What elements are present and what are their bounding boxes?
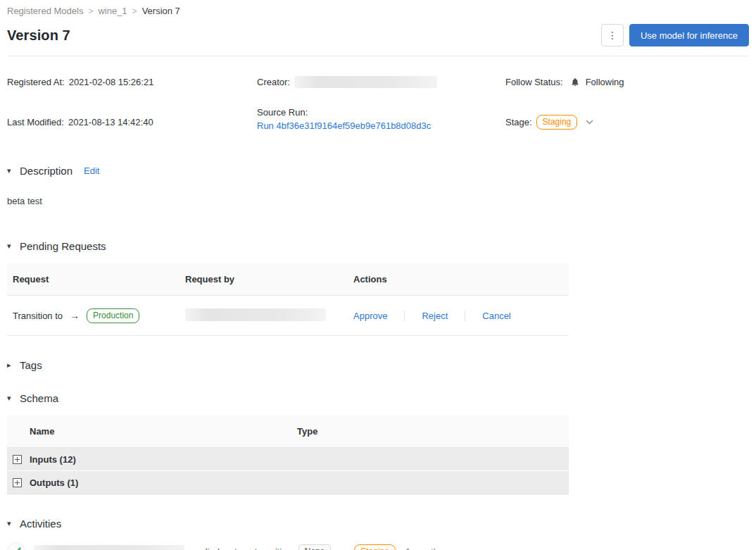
registered-at-value: 2021-02-08 15:26:21 — [69, 77, 154, 87]
bell-icon — [570, 77, 580, 87]
check-circle-icon — [7, 542, 25, 550]
schema-section-header[interactable]: ▾ Schema — [7, 392, 749, 404]
pending-requests-title: Pending Requests — [20, 240, 106, 252]
chevron-down-icon[interactable] — [586, 120, 593, 125]
registered-at: Registered At: 2021-02-08 15:26:21 — [7, 75, 257, 89]
caret-down-icon: ▾ — [7, 519, 20, 528]
last-modified-value: 2021-08-13 14:42:40 — [68, 117, 153, 127]
activity-timestamp: 1 month ago — [405, 546, 456, 550]
source-run-link[interactable]: Run 4bf36e31f9164ef59eb9e761b8d08d3c — [257, 120, 431, 131]
source-run-label: Source Run: — [257, 107, 308, 118]
creator-value-redacted — [294, 76, 437, 88]
breadcrumb-registered-models[interactable]: Registered Models — [7, 6, 83, 16]
activities-section-header[interactable]: ▾ Activities — [7, 518, 749, 530]
metadata-grid: Registered At: 2021-02-08 15:26:21 Creat… — [7, 75, 749, 137]
last-modified-label: Last Modified: — [7, 117, 64, 127]
schema-table-header: Name Type — [7, 415, 569, 448]
source-run: Source Run: Run 4bf36e31f9164ef59eb9e761… — [257, 107, 505, 137]
action-divider — [404, 311, 405, 321]
breadcrumb-separator-icon: > — [88, 6, 93, 16]
creator: Creator: — [257, 75, 505, 89]
column-header-request-by: Request by — [179, 274, 346, 285]
kebab-icon: ⋮ — [607, 30, 617, 41]
request-by-cell — [179, 308, 346, 323]
activity-user-redacted — [34, 545, 184, 550]
page-header: Version 7 ⋮ Use model for inference — [7, 24, 749, 56]
description-content: beta test — [7, 196, 749, 206]
page-title: Version 7 — [7, 27, 70, 44]
from-stage-badge: None — [298, 544, 332, 550]
pending-requests-table: Request Request by Actions Transition to… — [7, 263, 569, 336]
more-actions-button[interactable]: ⋮ — [601, 24, 624, 46]
schema-row-inputs[interactable]: Inputs (12) — [7, 448, 569, 471]
request-by-redacted — [185, 308, 326, 321]
description-title: Description — [20, 165, 73, 177]
schema-table: Name Type Inputs (12) Outputs (1) — [7, 415, 569, 494]
stage-label: Stage: — [505, 117, 532, 127]
tags-section-header[interactable]: ▸ Tags — [7, 359, 749, 371]
expand-plus-icon[interactable] — [13, 455, 22, 464]
actions-cell: Approve Reject Cancel — [346, 311, 569, 321]
breadcrumb: Registered Models > wine_1 > Version 7 — [7, 0, 749, 16]
schema-row-outputs[interactable]: Outputs (1) — [7, 471, 569, 494]
last-modified: Last Modified: 2021-08-13 14:42:40 — [7, 107, 257, 137]
cancel-link[interactable]: Cancel — [482, 311, 510, 321]
column-header-name: Name — [7, 426, 297, 437]
registered-at-label: Registered At: — [7, 77, 65, 87]
schema-title: Schema — [20, 392, 58, 404]
activities-title: Activities — [20, 518, 61, 530]
target-stage-badge: Production — [87, 308, 139, 323]
header-actions: ⋮ Use model for inference — [601, 24, 749, 46]
pending-request-row: Transition to → Production Approve Rejec… — [7, 296, 569, 336]
model-version-page: Registered Models > wine_1 > Version 7 V… — [0, 0, 756, 550]
column-header-request: Request — [7, 274, 179, 285]
description-section-header[interactable]: ▾ Description Edit — [7, 165, 749, 177]
tags-title: Tags — [20, 359, 42, 371]
follow-status: Follow Status: Following — [505, 75, 749, 89]
arrow-right-icon: → — [70, 310, 80, 321]
schema-row-label: Outputs (1) — [30, 477, 78, 488]
caret-down-icon: ▾ — [7, 242, 20, 251]
reject-link[interactable]: Reject — [422, 311, 448, 321]
caret-down-icon: ▾ — [7, 166, 20, 175]
use-model-for-inference-button[interactable]: Use model for inference — [629, 24, 749, 46]
expand-plus-icon[interactable] — [13, 478, 22, 487]
request-text: Transition to — [13, 311, 63, 321]
caret-down-icon: ▾ — [7, 394, 20, 403]
arrow-right-icon: → — [338, 546, 348, 550]
caret-right-icon: ▸ — [7, 361, 20, 370]
breadcrumb-separator-icon: > — [132, 6, 137, 16]
follow-status-label: Follow Status: — [505, 77, 563, 87]
request-cell: Transition to → Production — [7, 308, 179, 323]
breadcrumb-model-name[interactable]: wine_1 — [98, 6, 127, 16]
pending-requests-section-header[interactable]: ▾ Pending Requests — [7, 240, 749, 252]
stage-badge[interactable]: Staging — [536, 115, 578, 130]
column-header-actions: Actions — [346, 274, 569, 285]
activity-item: applied a stage transition None → Stagin… — [7, 542, 749, 550]
activity-action-text: applied a stage transition — [190, 546, 292, 550]
breadcrumb-current: Version 7 — [142, 6, 180, 16]
creator-label: Creator: — [257, 77, 290, 87]
action-divider — [465, 311, 465, 321]
column-header-type: Type — [297, 426, 569, 437]
to-stage-badge: Staging — [354, 544, 396, 550]
stage: Stage: Staging — [505, 107, 749, 137]
approve-link[interactable]: Approve — [353, 311, 387, 321]
edit-description-link[interactable]: Edit — [84, 165, 99, 176]
pending-requests-table-header: Request Request by Actions — [7, 263, 569, 296]
schema-row-label: Inputs (12) — [30, 454, 76, 465]
follow-status-value[interactable]: Following — [586, 77, 624, 87]
